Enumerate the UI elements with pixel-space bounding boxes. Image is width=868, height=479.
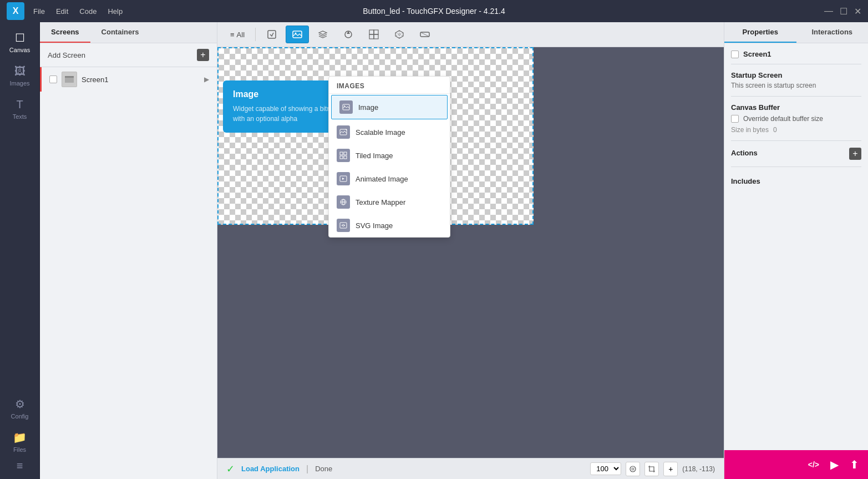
zoom-fit-button[interactable] (626, 462, 640, 476)
size-value: 0 (773, 126, 777, 134)
toolbar-layers-button[interactable] (311, 26, 334, 43)
sidebar-images-label: Images (9, 80, 29, 87)
toolbar-containers-button[interactable] (362, 26, 385, 43)
screen-name-checkbox[interactable] (731, 51, 739, 58)
bottom-action-bar: </> ▶ ⬆ (724, 450, 868, 479)
play-button[interactable]: ▶ (830, 458, 839, 471)
toolbar-shapes-button[interactable] (337, 26, 360, 43)
panel-tabs: Screens Containers (40, 22, 217, 43)
tab-interactions[interactable]: Interactions (796, 22, 869, 43)
fit-icon (629, 465, 637, 473)
load-application-link[interactable]: Load Application (241, 465, 300, 473)
add-widget-button[interactable]: + (663, 462, 678, 476)
sidebar-item-images[interactable]: 🖼 Images (3, 60, 37, 91)
window-controls: — ☐ ✕ (824, 6, 861, 17)
add-action-button[interactable]: + (849, 148, 861, 160)
widget-toolbar: ≡ All (217, 22, 724, 47)
screen-item-screen1[interactable]: Screen1 ▶ (42, 67, 217, 92)
properties-tabs: Properties Interactions (724, 22, 868, 43)
layers-icon (317, 29, 328, 40)
upload-button[interactable]: ⬆ (850, 458, 859, 471)
toolbar-misc-button[interactable] (413, 26, 436, 43)
canvas-buffer-title: Canvas Buffer (731, 103, 861, 112)
tab-screens[interactable]: Screens (40, 22, 90, 43)
zoom-controls: 100 75 50 150 200 (590, 462, 715, 476)
sidebar-item-files[interactable]: 📁 Files (3, 426, 37, 457)
close-button[interactable]: ✕ (854, 6, 861, 17)
status-ok-icon: ✓ (226, 463, 235, 475)
status-done-label: Done (315, 465, 332, 473)
canvas-workspace[interactable]: Image Widget capable of showing a bitmap… (217, 47, 724, 458)
sidebar-item-texts[interactable]: T Texts (3, 93, 37, 124)
main-layout: ☐ Canvas 🖼 Images T Texts ⚙ Config 📁 Fil… (0, 22, 868, 479)
config-icon: ⚙ (15, 397, 25, 411)
status-separator: | (306, 464, 308, 474)
crop-button[interactable] (644, 462, 659, 476)
svg-rect-1 (65, 76, 74, 78)
tab-containers[interactable]: Containers (90, 22, 150, 43)
toolbar-all-button[interactable]: ≡ All (224, 27, 251, 42)
zoom-level-select[interactable]: 100 75 50 150 200 (590, 462, 621, 475)
properties-panel: Properties Interactions Screen1 Startup … (724, 22, 868, 479)
screen-preview (62, 72, 77, 87)
toolbar-interaction-button[interactable] (260, 26, 283, 43)
dropdown-item-svg-image[interactable]: SVG Image (329, 214, 450, 237)
sidebar-canvas-label: Canvas (9, 47, 30, 53)
screen-name-label: Screen1 (82, 75, 108, 84)
canvas-buffer-label: Override default buffer size (743, 115, 823, 123)
canvas-buffer-checkbox[interactable] (731, 115, 739, 123)
images-dropdown-menu: Images Image Scalable Image (328, 76, 450, 238)
crop-icon (648, 465, 656, 473)
svg-rect-17 (340, 152, 343, 155)
properties-content: Screen1 Startup Screen This screen is st… (724, 43, 868, 193)
dropdown-item-image[interactable]: Image (331, 95, 448, 119)
containers-icon (368, 29, 379, 40)
dropdown-header: Images (329, 77, 450, 94)
sidebar-item-canvas[interactable]: ☐ Canvas (3, 27, 37, 58)
sidebar-menu-icon[interactable]: ≡ (17, 460, 23, 472)
menu-code[interactable]: Code (79, 7, 97, 16)
svg-rect-20 (344, 156, 347, 159)
actions-section: Actions + (731, 148, 861, 167)
add-screen-button[interactable]: + (197, 49, 209, 61)
icon-sidebar: ☐ Canvas 🖼 Images T Texts ⚙ Config 📁 Fil… (0, 22, 40, 479)
actions-title: Actions (731, 149, 758, 157)
dropdown-item-texture-mapper[interactable]: Texture Mapper (329, 190, 450, 214)
svg-rect-6 (369, 30, 374, 34)
add-screen-label: Add Screen (48, 51, 85, 59)
3d-icon (394, 29, 405, 40)
toolbar-3d-button[interactable] (388, 26, 411, 43)
tiled-image-item-icon (337, 149, 350, 162)
item-label-svg: SVG Image (356, 221, 393, 230)
interaction-icon (266, 29, 277, 40)
dropdown-item-animated-image[interactable]: Animated Image (329, 167, 450, 190)
menu-edit[interactable]: Edit (56, 7, 68, 16)
sidebar-files-label: Files (13, 446, 26, 453)
item-label-texture: Texture Mapper (356, 198, 405, 206)
item-label-image: Image (358, 103, 378, 112)
screen-checkbox[interactable] (49, 75, 57, 83)
image-item-icon (339, 100, 353, 114)
svg-rect-19 (340, 156, 343, 159)
sidebar-config-label: Config (11, 413, 29, 420)
canvas-buffer-override-row: Override default buffer size (731, 115, 861, 123)
maximize-button[interactable]: ☐ (840, 6, 847, 17)
screen-name-row: Screen1 (731, 50, 861, 64)
dropdown-item-scalable-image[interactable]: Scalable Image (329, 120, 450, 144)
shapes-icon (343, 29, 354, 40)
toolbar-images-button[interactable] (286, 26, 309, 43)
sidebar-item-config[interactable]: ⚙ Config (3, 393, 37, 424)
tab-properties[interactable]: Properties (724, 22, 796, 43)
menu-file[interactable]: File (33, 7, 45, 16)
svg-rect-25 (340, 223, 347, 228)
svg-rect-2 (268, 31, 276, 38)
screen-name-value: Screen1 (743, 50, 771, 58)
code-button[interactable]: </> (808, 460, 819, 469)
dropdown-item-tiled-image[interactable]: Tiled Image (329, 144, 450, 167)
menu-help[interactable]: Help (108, 7, 123, 16)
size-label: Size in bytes (731, 126, 769, 134)
minimize-button[interactable]: — (824, 6, 833, 17)
animated-image-item-icon (337, 172, 350, 185)
item-label-animated: Animated Image (356, 175, 408, 183)
misc-icon (419, 29, 430, 40)
